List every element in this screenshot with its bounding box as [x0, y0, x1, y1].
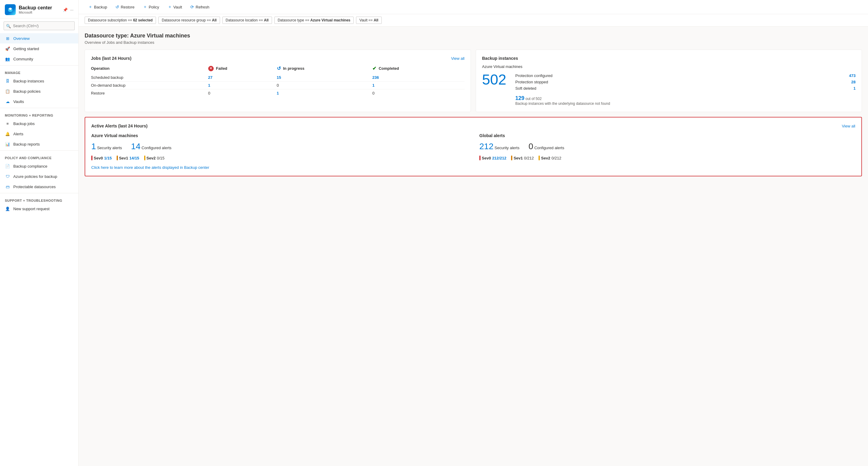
global-sev0-bar [479, 156, 480, 160]
refresh-icon: ⟳ [190, 4, 194, 9]
backup-button-label: Backup [94, 5, 107, 9]
jobs-view-all-link[interactable]: View all [451, 56, 465, 61]
restore-icon: ↺ [116, 4, 119, 9]
filter-label: Datasource resource group == [162, 18, 212, 22]
sev1-label: Sev1 [119, 156, 128, 160]
azure-sev1-val[interactable]: 14/15 [129, 156, 139, 160]
filter-vault[interactable]: Vault == All [356, 16, 382, 24]
global-configured-count-item: 0 Configured alerts [529, 142, 564, 151]
inprogress-cell: 1 [277, 89, 372, 97]
soft-deleted-val[interactable]: 1 [854, 86, 856, 91]
azure-security-count-item: 1 Security alerts [91, 142, 122, 151]
sidebar-item-label: Community [13, 57, 33, 61]
alerts-two-col: Azure Virtual machines 1 Security alerts… [91, 133, 855, 163]
sidebar-item-protectable-datasources[interactable]: 🗃 Protectable datasources [0, 181, 78, 192]
operation-cell: Scheduled backup [91, 74, 208, 81]
filter-value: Azure Virtual machines [310, 18, 350, 22]
sev0-bar [91, 156, 92, 160]
azure-sev0-val[interactable]: 1/15 [104, 156, 112, 160]
global-security-count: 212 [479, 142, 494, 151]
sidebar-item-alerts[interactable]: 🔔 Alerts [0, 129, 78, 139]
failed-value[interactable]: 1 [208, 83, 210, 88]
sidebar-item-getting-started[interactable]: 🚀 Getting started [0, 43, 78, 54]
alerts-global-count-row: 212 Security alerts 0 Configured alerts [479, 142, 855, 151]
global-sev2-bar [538, 156, 540, 160]
completed-value[interactable]: 236 [372, 75, 379, 80]
inprogress-status-icon: ↺ [277, 66, 281, 71]
failed-cell: 27 [208, 74, 277, 81]
azure-sev0-item: Sev0 1/15 [91, 156, 112, 160]
failed-status-icon: ✕ [208, 66, 214, 71]
datasource-type-title: Datasource type: Azure Virtual machines [85, 33, 862, 39]
global-sev0-label: Sev0 [482, 156, 491, 160]
sidebar-item-vaults[interactable]: ☁ Vaults [0, 96, 78, 107]
backup-instances-icon: 🗄 [5, 78, 10, 84]
sidebar-item-backup-jobs[interactable]: ≡ Backup jobs [0, 119, 78, 129]
vault-button[interactable]: ＋ Vault [164, 2, 186, 11]
filter-subscription[interactable]: Datasource subscription == 62 selected [85, 16, 156, 24]
pin-icon[interactable]: 📌 [63, 7, 68, 12]
protection-stopped-val[interactable]: 28 [851, 80, 856, 84]
app-logo [5, 4, 16, 15]
filter-resource-group[interactable]: Datasource resource group == All [158, 16, 220, 24]
global-sev0-val[interactable]: 212/212 [492, 156, 506, 160]
sidebar-item-backup-compliance[interactable]: 📄 Backup compliance [0, 161, 78, 171]
sidebar-item-backup-reports[interactable]: 📊 Backup reports [0, 139, 78, 149]
sidebar-item-label: Alerts [13, 132, 23, 136]
sidebar-item-new-support-request[interactable]: 👤 New support request [0, 204, 78, 214]
sidebar-item-backup-instances[interactable]: 🗄 Backup instances [0, 76, 78, 86]
backup-button[interactable]: ＋ Backup [85, 2, 111, 11]
col-operation: Operation [91, 64, 208, 74]
stat-row-configured: Protection configured 473 [515, 72, 856, 79]
sidebar-item-overview[interactable]: ⊞ Overview [0, 33, 78, 43]
filter-datasource-type[interactable]: Datasource type == Azure Virtual machine… [274, 16, 354, 24]
sidebar-item-community[interactable]: 👥 Community [0, 54, 78, 64]
backup-instances-subtitle: Azure Virtual machines [482, 64, 856, 69]
secondary-suffix: out of 502 [526, 97, 541, 101]
secondary-desc: Backup instances with the underlying dat… [515, 101, 856, 106]
sidebar-action-icons: 📌 ··· [63, 7, 73, 12]
filter-label: Datasource type == [278, 18, 310, 22]
filter-value: All [264, 18, 268, 22]
operation-cell: Restore [91, 89, 208, 97]
completed-status-icon: ✔ [372, 66, 376, 71]
sidebar-item-label: Backup reports [13, 142, 39, 146]
main-content: ＋ Backup ↺ Restore ＋ Policy ＋ Vault ⟳ Re… [79, 0, 868, 466]
backup-instances-total-block: 502 [482, 72, 506, 88]
inprogress-value[interactable]: 1 [277, 91, 279, 95]
stat-row-soft-deleted: Soft deleted 1 [515, 85, 856, 92]
filter-location[interactable]: Datasource location == All [222, 16, 272, 24]
inprogress-value[interactable]: 15 [277, 75, 281, 80]
backup-instances-layout: 502 Protection configured 473 Protection… [482, 72, 856, 106]
community-icon: 👥 [5, 56, 10, 62]
global-sev2-val: 0/212 [552, 156, 562, 160]
inprogress-cell: 0 [277, 81, 372, 89]
protection-configured-val[interactable]: 473 [849, 73, 856, 78]
secondary-num[interactable]: 129 [515, 95, 524, 101]
azure-sev-row: Sev0 1/15 Sev1 14/15 Sev2 0/15 [91, 156, 467, 160]
global-configured-count: 0 [529, 142, 533, 151]
global-security-count-item: 212 Security alerts [479, 142, 520, 151]
completed-value[interactable]: 1 [372, 83, 374, 88]
azure-security-count: 1 [91, 142, 96, 151]
backup-instances-total[interactable]: 502 [482, 72, 506, 87]
more-icon[interactable]: ··· [70, 7, 73, 12]
global-sev1-val: 0/212 [524, 156, 534, 160]
failed-value[interactable]: 27 [208, 75, 213, 80]
overview-icon: ⊞ [5, 36, 10, 41]
alerts-learn-more-link[interactable]: Click here to learn more about the alert… [91, 165, 855, 170]
sidebar-item-azure-policies[interactable]: 🛡 Azure policies for backup [0, 171, 78, 181]
policy-button[interactable]: ＋ Policy [139, 2, 163, 11]
alerts-view-all-link[interactable]: View all [842, 124, 855, 128]
refresh-button[interactable]: ⟳ Refresh [187, 3, 213, 11]
search-input[interactable] [4, 22, 75, 30]
policy-section-label: Policy and compliance [0, 152, 78, 161]
azure-configured-count: 14 [131, 142, 141, 151]
global-sev2-item: Sev2 0/212 [538, 156, 561, 160]
sev2-bar [144, 156, 145, 160]
filter-label: Datasource location == [226, 18, 264, 22]
restore-button[interactable]: ↺ Restore [112, 3, 138, 11]
sidebar-item-backup-policies[interactable]: 📋 Backup policies [0, 86, 78, 96]
backup-instances-card: Backup instances Azure Virtual machines … [476, 49, 862, 112]
alerts-azure-col: Azure Virtual machines 1 Security alerts… [91, 133, 467, 163]
